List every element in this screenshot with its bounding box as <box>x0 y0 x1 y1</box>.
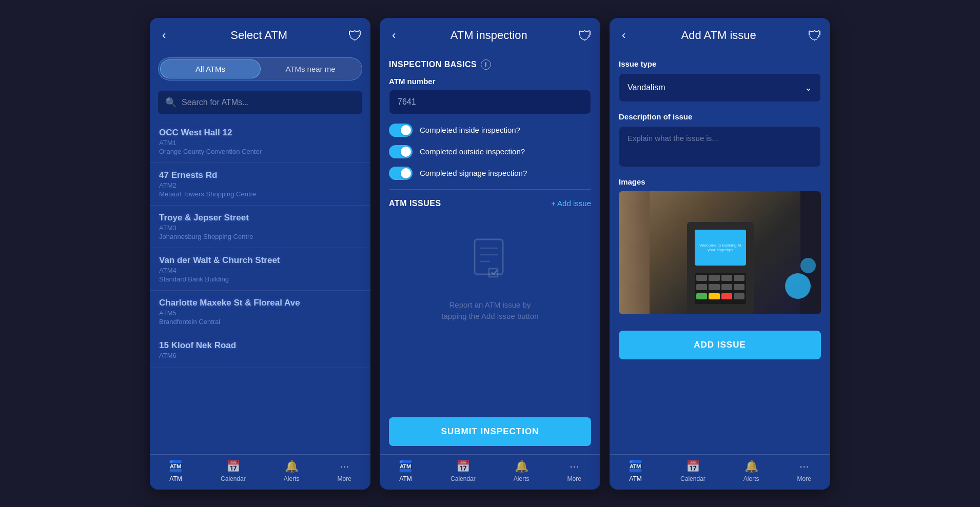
back-button[interactable]: ‹ <box>388 28 400 43</box>
back-button[interactable]: ‹ <box>618 28 630 43</box>
keypad-row-3 <box>695 292 746 301</box>
nav-atm[interactable]: 🏧 ATM <box>169 460 183 482</box>
nav-more[interactable]: ··· More <box>338 460 351 482</box>
add-issue-form: Issue type Vandalism ⌄ Description of is… <box>610 51 830 372</box>
key <box>709 284 719 290</box>
key-yellow <box>709 293 719 299</box>
nav-alerts[interactable]: 🔔 Alerts <box>743 460 759 482</box>
back-button[interactable]: ‹ <box>158 28 170 43</box>
list-item[interactable]: OCC West Hall 12 ATM1 Orange County Conv… <box>150 120 370 163</box>
empty-issues-icon <box>469 237 511 291</box>
search-input[interactable]: Search for ATMs... <box>182 98 249 107</box>
nav-atm[interactable]: 🏧 ATM <box>629 460 642 482</box>
blue-circle-large <box>785 273 811 299</box>
nav-calendar-label: Calendar <box>450 475 476 482</box>
inspection-basics-section: INSPECTION BASICS i ATM number 7641 Comp… <box>380 51 600 351</box>
more-nav-icon: ··· <box>799 460 809 473</box>
toggle-signage: Completed signage inspection? <box>389 167 591 180</box>
chevron-down-icon: ⌄ <box>805 82 812 93</box>
calendar-nav-icon: 📅 <box>226 460 240 473</box>
screen-atm-inspection: ‹ ATM inspection 🛡 INSPECTION BASICS i A… <box>380 18 600 490</box>
atm-number-field[interactable]: 7641 <box>389 90 591 114</box>
nav-alerts[interactable]: 🔔 Alerts <box>284 460 300 482</box>
key <box>734 284 744 290</box>
list-item[interactable]: Van der Walt & Church Street ATM4 Standa… <box>150 248 370 291</box>
key <box>696 275 707 281</box>
calendar-nav-icon: 📅 <box>456 460 470 473</box>
add-issue-submit-button[interactable]: ADD ISSUE <box>619 331 821 359</box>
list-item[interactable]: Troye & Jepser Street ATM3 Johannesburg … <box>150 206 370 248</box>
info-icon[interactable]: i <box>481 59 491 70</box>
list-item[interactable]: 47 Ernests Rd ATM2 Metaurl Towers Shoppi… <box>150 163 370 206</box>
issue-type-dropdown[interactable]: Vandalism ⌄ <box>619 73 821 102</box>
atm-screen-content: Welcome to banking At your fingertips <box>695 241 746 254</box>
screen3-title: Add ATM issue <box>630 29 808 42</box>
atm-image-inner: Welcome to banking At your fingertips <box>619 191 821 314</box>
basics-title: INSPECTION BASICS <box>389 60 477 69</box>
key <box>709 275 719 281</box>
nav-calendar[interactable]: 📅 Calendar <box>221 460 246 482</box>
atm-nav-icon: 🏧 <box>399 460 413 473</box>
outside-inspection-label: Completed outside inspection? <box>420 147 525 156</box>
empty-issues-state: Report an ATM issue bytapping the Add is… <box>389 216 591 343</box>
key <box>696 284 707 290</box>
key <box>721 284 732 290</box>
alerts-nav-icon: 🔔 <box>515 460 528 473</box>
atm-number-label: ATM number <box>389 77 591 86</box>
bottom-nav: 🏧 ATM 📅 Calendar 🔔 Alerts ··· More <box>150 454 370 490</box>
list-item[interactable]: 15 Kloof Nek Road ATM6 <box>150 333 370 368</box>
nav-more[interactable]: ··· More <box>797 460 811 482</box>
submit-inspection-button[interactable]: SUBMIT INSPECTION <box>389 417 591 446</box>
blue-circle-small <box>800 258 816 273</box>
basics-header: INSPECTION BASICS i <box>389 59 591 70</box>
nav-alerts[interactable]: 🔔 Alerts <box>514 460 530 482</box>
screen2-title: ATM inspection <box>400 29 578 42</box>
issue-type-value: Vandalism <box>628 83 665 92</box>
atm-screen: Welcome to banking At your fingertips <box>695 230 746 266</box>
nav-more[interactable]: ··· More <box>567 460 581 482</box>
list-item[interactable]: Charlotte Maxeke St & Floreal Ave ATM5 B… <box>150 291 370 333</box>
add-issue-button[interactable]: + Add issue <box>551 199 591 208</box>
screen-add-atm-issue: ‹ Add ATM issue 🛡 Issue type Vandalism ⌄… <box>610 18 830 490</box>
description-textarea[interactable]: Explain what the issue is... <box>619 126 821 167</box>
more-nav-icon: ··· <box>570 460 579 473</box>
key <box>734 293 744 299</box>
atm-image: Welcome to banking At your fingertips <box>619 191 821 314</box>
search-box[interactable]: 🔍 Search for ATMs... <box>158 91 362 114</box>
tab-all-atms[interactable]: All ATMs <box>160 59 261 78</box>
nav-atm-label: ATM <box>169 475 182 482</box>
inside-inspection-toggle[interactable] <box>389 124 413 137</box>
atm-machine: Welcome to banking At your fingertips <box>687 212 769 314</box>
screen3-content: Issue type Vandalism ⌄ Description of is… <box>610 51 830 454</box>
nav-more-label: More <box>567 475 581 482</box>
issues-header: ATM ISSUES + Add issue <box>389 199 591 208</box>
screen2-header: ‹ ATM inspection 🛡 <box>380 18 600 51</box>
wall-left <box>619 191 650 314</box>
tab-atms-near-me[interactable]: ATMs near me <box>261 59 360 78</box>
outside-inspection-toggle[interactable] <box>389 145 413 158</box>
key <box>721 275 732 281</box>
images-section: Images Welcome to banking At your finger… <box>619 177 821 314</box>
nav-calendar[interactable]: 📅 Calendar <box>450 460 476 482</box>
atm-list: OCC West Hall 12 ATM1 Orange County Conv… <box>150 116 370 454</box>
nav-alerts-label: Alerts <box>284 475 300 482</box>
nav-atm-label: ATM <box>399 475 411 482</box>
nav-calendar-label: Calendar <box>680 475 705 482</box>
alerts-nav-icon: 🔔 <box>285 460 299 473</box>
images-label: Images <box>619 177 821 186</box>
atm-nav-icon: 🏧 <box>629 460 642 473</box>
issue-type-label: Issue type <box>619 59 821 68</box>
tab-toggle: All ATMs ATMs near me <box>158 57 362 80</box>
signage-inspection-label: Completed signage inspection? <box>420 169 527 177</box>
atm-nav-icon: 🏧 <box>169 460 183 473</box>
nav-atm[interactable]: 🏧 ATM <box>399 460 413 482</box>
bottom-nav: 🏧 ATM 📅 Calendar 🔔 Alerts ··· More <box>610 454 830 490</box>
toggle-inside: Completed inside inspection? <box>389 124 591 137</box>
screen2-content: INSPECTION BASICS i ATM number 7641 Comp… <box>380 51 600 409</box>
atm-body: Welcome to banking At your fingertips <box>687 222 754 314</box>
signage-inspection-toggle[interactable] <box>389 167 413 180</box>
nav-calendar[interactable]: 📅 Calendar <box>680 460 705 482</box>
inside-inspection-label: Completed inside inspection? <box>420 126 520 134</box>
screen-select-atm: ‹ Select ATM 🛡 All ATMs ATMs near me 🔍 S… <box>150 18 370 490</box>
atm-keypad <box>695 273 746 304</box>
